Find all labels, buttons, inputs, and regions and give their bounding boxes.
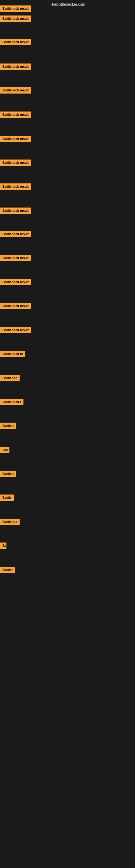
- bottleneck-badge: Bottleneck re: [0, 351, 26, 357]
- bottleneck-result-item[interactable]: Bottle: [0, 495, 14, 502]
- bottleneck-badge: Bottleneck result: [0, 279, 31, 285]
- bottleneck-result-item[interactable]: Bottleneck result: [0, 63, 31, 71]
- bottleneck-badge: Bottleneck result: [0, 63, 31, 70]
- bottleneck-badge: Bottleneck result: [0, 87, 31, 94]
- bottleneck-badge: Bottleneck r: [0, 399, 24, 405]
- bottleneck-badge: Bottleneck result: [0, 135, 31, 142]
- bottleneck-badge: Bot: [0, 447, 9, 453]
- bottleneck-result-item[interactable]: Bottlen: [0, 423, 16, 430]
- bottleneck-badge: Bottleneck result: [0, 255, 31, 261]
- bottleneck-badge: Bottleneck result: [0, 327, 31, 333]
- bottleneck-result-item[interactable]: Bottleneck result: [0, 87, 31, 95]
- bottleneck-badge: Bottleneck result: [0, 231, 31, 237]
- bottleneck-badge: Bo: [0, 542, 6, 549]
- bottleneck-result-item[interactable]: Bottler: [0, 567, 15, 574]
- bottleneck-result-item[interactable]: Bottleneck r: [0, 399, 24, 406]
- bottleneck-result-item[interactable]: Bottleneck result: [0, 183, 31, 191]
- bottleneck-badge: Bottleneck result: [0, 5, 31, 12]
- bottleneck-badge: Bottleneck result: [0, 159, 31, 166]
- bottleneck-result-item[interactable]: Bottleneck result: [0, 112, 31, 119]
- bottleneck-result-item[interactable]: Bottleneck result: [0, 208, 31, 215]
- bottleneck-result-item[interactable]: Bottleneck result: [0, 303, 31, 310]
- bottleneck-result-item[interactable]: Bottleneck result: [0, 327, 31, 335]
- bottleneck-result-item[interactable]: Bottlen: [0, 471, 16, 478]
- bottleneck-result-item[interactable]: Bottleneck result: [0, 5, 31, 13]
- bottleneck-result-item[interactable]: Bottleneck result: [0, 159, 31, 167]
- bottleneck-result-item[interactable]: Bottleneck result: [0, 279, 31, 286]
- bottleneck-badge: Bottleneck result: [0, 39, 31, 45]
- bottleneck-badge: Bottleneck result: [0, 208, 31, 214]
- bottleneck-badge: Bottleneck result: [0, 183, 31, 190]
- bottleneck-badge: Bottlen: [0, 471, 16, 477]
- bottleneck-result-item[interactable]: Bottleneck result: [0, 135, 31, 143]
- bottleneck-result-item[interactable]: Bottlenec: [0, 519, 20, 526]
- bottleneck-badge: Bottleneck result: [0, 303, 31, 309]
- bottleneck-result-item[interactable]: Bottleneck result: [0, 16, 31, 23]
- bottleneck-badge: Bottlenec: [0, 375, 20, 381]
- bottleneck-badge: Bottlenec: [0, 519, 20, 525]
- bottleneck-result-item[interactable]: Bottlenec: [0, 375, 20, 382]
- bottleneck-result-item[interactable]: Bottleneck result: [0, 231, 31, 239]
- bottleneck-badge: Bottlen: [0, 423, 16, 429]
- bottleneck-result-item[interactable]: Bot: [0, 447, 9, 454]
- bottleneck-result-item[interactable]: Bottleneck result: [0, 255, 31, 262]
- bottleneck-badge: Bottleneck result: [0, 16, 31, 22]
- bottleneck-badge: Bottleneck result: [0, 112, 31, 118]
- bottleneck-result-item[interactable]: Bottleneck re: [0, 351, 26, 358]
- bottleneck-badge: Bottle: [0, 495, 14, 501]
- bottleneck-result-item[interactable]: Bottleneck result: [0, 39, 31, 46]
- bottleneck-result-item[interactable]: Bo: [0, 542, 6, 550]
- bottleneck-badge: Bottler: [0, 567, 15, 573]
